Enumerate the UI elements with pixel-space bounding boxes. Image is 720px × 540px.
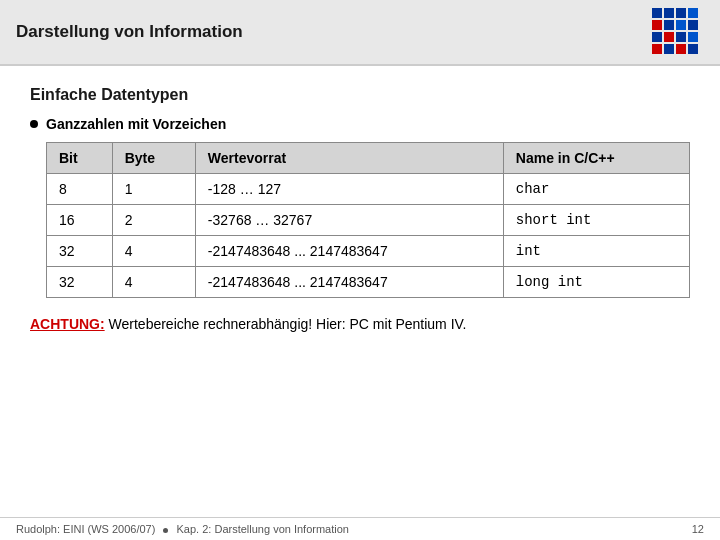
svg-rect-14 — [676, 44, 686, 54]
footer-separator — [163, 528, 168, 533]
table-row: 16 2 -32768 … 32767 short int — [47, 205, 690, 236]
achtung-text: Wertebereiche rechnerabhängig! Hier: PC … — [105, 316, 467, 332]
table-row: 32 4 -2147483648 ... 2147483647 long int — [47, 267, 690, 298]
bullet-dot — [30, 120, 38, 128]
logo-icon — [652, 8, 704, 56]
svg-rect-6 — [676, 20, 686, 30]
svg-rect-7 — [688, 20, 698, 30]
col-header-wertevorrat: Wertevorrat — [195, 143, 503, 174]
footer-page: 12 — [692, 523, 704, 535]
cell-name-3: long int — [503, 267, 689, 298]
cell-byte-2: 4 — [112, 236, 195, 267]
table-row: 8 1 -128 … 127 char — [47, 174, 690, 205]
footer: Rudolph: EINI (WS 2006/07) Kap. 2: Darst… — [0, 517, 720, 540]
cell-name-1: short int — [503, 205, 689, 236]
svg-rect-1 — [664, 8, 674, 18]
header: Darstellung von Information — [0, 0, 720, 66]
table-row: 32 4 -2147483648 ... 2147483647 int — [47, 236, 690, 267]
cell-bit-0: 8 — [47, 174, 113, 205]
logo — [652, 8, 704, 56]
svg-rect-11 — [688, 32, 698, 42]
svg-rect-8 — [652, 32, 662, 42]
svg-rect-15 — [688, 44, 698, 54]
page-title: Darstellung von Information — [16, 22, 243, 42]
cell-name-2: int — [503, 236, 689, 267]
cell-name-0: char — [503, 174, 689, 205]
svg-rect-5 — [664, 20, 674, 30]
footer-left: Rudolph: EINI (WS 2006/07) Kap. 2: Darst… — [16, 523, 349, 535]
table-header-row: Bit Byte Wertevorrat Name in C/C++ — [47, 143, 690, 174]
cell-wert-2: -2147483648 ... 2147483647 — [195, 236, 503, 267]
cell-byte-1: 2 — [112, 205, 195, 236]
section-title: Einfache Datentypen — [30, 86, 690, 104]
cell-bit-3: 32 — [47, 267, 113, 298]
bullet-label: Ganzzahlen mit Vorzeichen — [46, 116, 226, 132]
cell-wert-0: -128 … 127 — [195, 174, 503, 205]
achtung-label: ACHTUNG: — [30, 316, 105, 332]
cell-wert-3: -2147483648 ... 2147483647 — [195, 267, 503, 298]
achtung-section: ACHTUNG: Wertebereiche rechnerabhängig! … — [30, 316, 690, 332]
svg-rect-10 — [676, 32, 686, 42]
col-header-bit: Bit — [47, 143, 113, 174]
cell-byte-3: 4 — [112, 267, 195, 298]
bullet-item: Ganzzahlen mit Vorzeichen — [30, 116, 690, 132]
data-table: Bit Byte Wertevorrat Name in C/C++ 8 1 -… — [46, 142, 690, 298]
cell-bit-1: 16 — [47, 205, 113, 236]
svg-rect-9 — [664, 32, 674, 42]
cell-byte-0: 1 — [112, 174, 195, 205]
svg-rect-0 — [652, 8, 662, 18]
svg-rect-12 — [652, 44, 662, 54]
cell-bit-2: 32 — [47, 236, 113, 267]
cell-wert-1: -32768 … 32767 — [195, 205, 503, 236]
col-header-name: Name in C/C++ — [503, 143, 689, 174]
footer-author: Rudolph: EINI (WS 2006/07) — [16, 523, 155, 535]
svg-rect-4 — [652, 20, 662, 30]
col-header-byte: Byte — [112, 143, 195, 174]
svg-rect-3 — [688, 8, 698, 18]
svg-rect-2 — [676, 8, 686, 18]
svg-rect-13 — [664, 44, 674, 54]
main-content: Einfache Datentypen Ganzzahlen mit Vorze… — [0, 66, 720, 342]
footer-chapter: Kap. 2: Darstellung von Information — [177, 523, 349, 535]
